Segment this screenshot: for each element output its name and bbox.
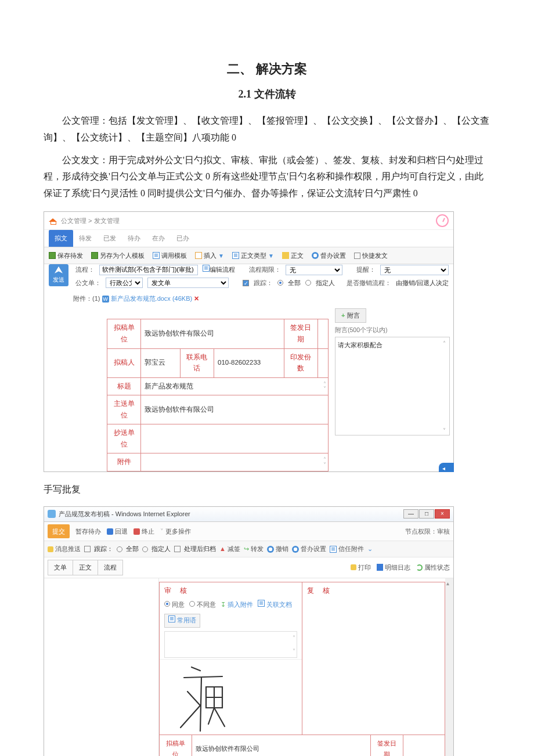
window-close-button[interactable]: ×: [435, 509, 450, 519]
edit-icon: [203, 265, 210, 272]
use-template-button[interactable]: 调用模板: [153, 250, 187, 261]
send-label: 发送: [53, 275, 64, 285]
track-all-radio-2[interactable]: [117, 546, 122, 552]
tab-draft[interactable]: 拟文: [49, 230, 73, 247]
drafter-label: 拟稿人: [107, 348, 141, 377]
sound-icon[interactable]: [439, 463, 454, 472]
screenshot-send-mgmt: 公文管理 > 发文管理 拟文 待发 已发 待办 在办 已办 保存待发 另存为个人…: [44, 211, 454, 472]
doc-icon: [330, 546, 337, 553]
drafter-cell[interactable]: 郭宝云: [141, 348, 181, 377]
cancel-button[interactable]: 撤销: [267, 543, 288, 555]
save-wait-button[interactable]: 暂存待办: [75, 526, 101, 537]
save-icon: [49, 252, 56, 259]
print-button[interactable]: 打印: [351, 562, 371, 573]
bell-icon: [48, 546, 53, 552]
related-doc-link[interactable]: 关联文档: [258, 600, 292, 610]
reminder-setting-button[interactable]: 督办设置: [312, 250, 346, 261]
home-icon[interactable]: [49, 217, 57, 224]
track-spec-radio-2[interactable]: [142, 546, 148, 552]
doc-icon: [232, 252, 239, 259]
doc-unit-select[interactable]: 行政公文: [106, 278, 143, 288]
remind-select[interactable]: 无: [380, 265, 449, 275]
main-to-cell[interactable]: 致远协创软件有限公司: [141, 395, 329, 424]
sign-date-cell-2[interactable]: [403, 735, 445, 756]
tab-pending-send[interactable]: 待发: [73, 230, 98, 247]
attachment-count-label: 附件：(1): [73, 295, 100, 302]
scroll-up-icon[interactable]: ˄: [440, 339, 448, 347]
track-checkbox-2[interactable]: [84, 546, 91, 552]
fuyan-button[interactable]: +附言: [335, 308, 366, 323]
sign-date-label: 签发日期: [284, 319, 317, 348]
save-as-template-button[interactable]: 另存为个人模板: [91, 250, 145, 261]
edit-flow-button[interactable]: 编辑流程: [203, 264, 235, 275]
draft-unit-cell-2[interactable]: 致远协创软件有限公司: [192, 735, 371, 756]
track-all-radio[interactable]: [277, 280, 283, 286]
attr-status-button[interactable]: 属性状态: [416, 562, 450, 573]
flow-period-label: 流程期限：: [249, 264, 281, 275]
stop-button[interactable]: 终止: [134, 526, 154, 537]
fuyan-placeholder: 请大家积极配合: [338, 341, 383, 348]
submit-button[interactable]: 提交: [48, 524, 70, 539]
print-icon: [351, 564, 356, 570]
transfer-button[interactable]: ↪转发: [244, 543, 264, 555]
sign-date-cell[interactable]: [317, 319, 328, 348]
attachment-delete-button[interactable]: ✕: [194, 295, 199, 302]
reduce-sign-button[interactable]: ▲减签: [219, 543, 240, 555]
draft-unit-cell[interactable]: 致远协创软件有限公司: [141, 319, 284, 348]
insert-attachment-link[interactable]: ↧ 插入附件: [221, 600, 253, 610]
browser-favicon: [48, 510, 56, 518]
reminder-setting-button-2[interactable]: 督办设置: [292, 543, 326, 555]
title-cell[interactable]: 新产品发布规范˄˅: [141, 377, 329, 395]
quick-send-checkbox[interactable]: 快捷发文: [354, 250, 388, 261]
save-draft-button[interactable]: 保存待发: [49, 250, 83, 261]
tab-body[interactable]: 正文: [73, 560, 98, 575]
cancel-flow-label: 是否撤销流程：: [347, 278, 391, 289]
expand-toggle-icon[interactable]: ⌄: [367, 543, 373, 555]
log-button[interactable]: 明细日志: [377, 562, 410, 573]
att-cell[interactable]: ˄˅: [141, 453, 329, 471]
track-spec-radio[interactable]: [305, 280, 311, 286]
window-min-button[interactable]: —: [403, 509, 418, 519]
scrollbar[interactable]: [445, 578, 453, 756]
track-spec-label: 指定人: [316, 278, 335, 289]
sign-date-label-2: 签发日期: [371, 735, 403, 756]
handwriting-signature: [171, 663, 235, 732]
return-button[interactable]: 回退: [107, 526, 128, 537]
comment-textarea[interactable]: ˄˅: [164, 631, 297, 658]
doc-type-select[interactable]: 发文单: [147, 278, 229, 288]
tab-in-progress[interactable]: 在办: [146, 230, 171, 247]
tab-pending-handle[interactable]: 待办: [122, 230, 146, 247]
flow-input[interactable]: [99, 265, 198, 275]
send-button[interactable]: 发送: [49, 264, 68, 286]
copies-label: 印发份数: [284, 348, 317, 377]
window-max-button[interactable]: □: [419, 509, 434, 519]
track-checkbox[interactable]: ✓: [243, 280, 249, 286]
handwriting-area[interactable]: [160, 659, 302, 735]
doc-icon: [258, 600, 265, 607]
more-actions-button[interactable]: ˅更多操作: [160, 526, 191, 537]
body-button[interactable]: 正文: [282, 250, 304, 261]
copies-cell[interactable]: [317, 348, 328, 377]
tab-doc-sheet[interactable]: 文单: [48, 560, 73, 575]
trust-attachment-button[interactable]: 信任附件: [330, 543, 364, 555]
common-phrase-button[interactable]: 常用语: [164, 614, 200, 628]
disagree-radio[interactable]: [189, 601, 195, 607]
msg-push-button[interactable]: 消息推送: [48, 543, 81, 555]
phone-cell[interactable]: 010-82602233: [214, 348, 284, 377]
body-type-button[interactable]: 正文类型▼: [232, 250, 274, 261]
scroll-down-icon[interactable]: ˅: [440, 426, 448, 434]
agree-radio[interactable]: [164, 601, 170, 607]
archive-checkbox[interactable]: [174, 546, 181, 552]
clock-icon[interactable]: [436, 214, 449, 227]
flow-period-select[interactable]: 无: [286, 265, 342, 275]
checkbox-icon: [354, 253, 360, 259]
track-all-label-2: 全部: [126, 543, 139, 555]
tab-done[interactable]: 已办: [171, 230, 195, 247]
fuyan-textarea[interactable]: 请大家积极配合 ˄ ˅: [335, 337, 450, 435]
flow-label: 流程：: [75, 264, 95, 275]
attachment-link[interactable]: 新产品发布规范.docx (46KB): [111, 295, 193, 302]
tab-flow[interactable]: 流程: [98, 560, 123, 575]
cc-cell[interactable]: [141, 424, 329, 453]
insert-button[interactable]: 插入▼: [195, 250, 224, 261]
tab-sent[interactable]: 已发: [98, 230, 122, 247]
